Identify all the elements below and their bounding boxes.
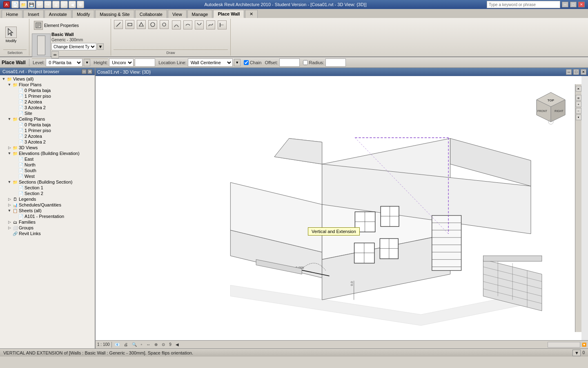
search-view-btn[interactable]: 🔍 <box>131 342 138 347</box>
print-btn[interactable]: 🖨 <box>122 342 129 347</box>
tree-expander-7[interactable]: ▼ <box>7 117 12 121</box>
draw-pick-btn[interactable] <box>218 20 227 29</box>
element-type-dropdown[interactable]: ▼ <box>97 43 104 50</box>
height-select[interactable]: Unconn <box>109 58 134 67</box>
zoom-out-btn[interactable]: − <box>576 108 581 114</box>
tab-home[interactable]: Home <box>2 10 22 18</box>
region-btn[interactable]: ▫ <box>140 342 144 347</box>
tab-insert[interactable]: Insert <box>23 10 44 18</box>
height-input[interactable]: 1.200 <box>135 58 155 67</box>
zoom-extents-btn[interactable]: ⊞ <box>576 95 581 101</box>
zoom-in-btn[interactable]: + <box>576 101 581 107</box>
tab-modify[interactable]: Modify <box>72 10 94 18</box>
print-view-btn[interactable]: 📧 <box>114 342 121 347</box>
scroll-bar[interactable] <box>548 342 580 348</box>
tree-expander-23[interactable]: ▼ <box>7 209 12 213</box>
building-viewport[interactable]: 0.000 0.0 Vertical and Extension <box>96 76 581 340</box>
element-edit-btn[interactable]: ✏ <box>51 51 59 58</box>
back-btn[interactable]: ◀ <box>174 342 180 347</box>
draw-circumscribed-btn[interactable] <box>148 20 157 29</box>
minimize-button[interactable]: ─ <box>562 2 568 7</box>
location-dropdown-icon[interactable]: ▼ <box>234 59 241 66</box>
quick-access-toolbar[interactable]: 📄 📁 💾 ↩ ↪ 🖨 ▷ ◀ ⊕ <box>11 1 84 8</box>
tree-expander-25[interactable]: ▷ <box>7 220 12 224</box>
tree-expander-0[interactable]: ▼ <box>1 77 7 81</box>
tree-item-3[interactable]: 📄1 Primer piso <box>1 93 94 99</box>
location-line-select[interactable]: Wall Centerline <box>188 58 233 67</box>
maximize-button[interactable]: □ <box>570 2 577 7</box>
draw-inscribed-btn[interactable] <box>137 20 146 29</box>
radius-input[interactable]: 1.000 <box>325 58 346 67</box>
level-select[interactable]: 0 Planta ba <box>46 58 82 67</box>
draw-spline-btn[interactable] <box>206 20 215 29</box>
browser-content[interactable]: ▼📁Views (all)▼📁Floor Plans📄0 Planta baja… <box>0 75 95 348</box>
browser-close[interactable]: ✕ <box>87 69 92 74</box>
tree-item-9[interactable]: 📄1 Primer piso <box>1 128 94 133</box>
tree-item-11[interactable]: 📄3 Azotea 2 <box>1 139 94 145</box>
qa-3d[interactable]: ▷ <box>60 1 68 8</box>
num-btn[interactable]: 9 <box>168 342 173 347</box>
view-close-btn[interactable]: ✕ <box>581 69 586 75</box>
radius-checkbox[interactable] <box>303 60 308 65</box>
tree-expander-13[interactable]: ▼ <box>7 151 12 155</box>
tree-item-1[interactable]: ▼📁Floor Plans <box>1 82 94 88</box>
add-btn[interactable]: ⊕ <box>153 342 159 347</box>
draw-arc3-btn[interactable] <box>195 20 204 29</box>
change-element-type-select[interactable]: Change Element Type <box>51 43 96 50</box>
qa-open[interactable]: 📁 <box>20 1 27 8</box>
tree-item-8[interactable]: 📄0 Planta baja <box>1 122 94 128</box>
tab-view[interactable]: View <box>168 10 187 18</box>
qa-settings[interactable]: ⊕ <box>77 1 84 8</box>
element-properties-button[interactable]: Element Properties <box>32 20 104 31</box>
view-zoom-controls[interactable]: ✕ ⊞ + − ▼ <box>575 84 581 332</box>
search-input[interactable] <box>487 1 560 8</box>
tree-item-12[interactable]: ▷📁3D Views <box>1 145 94 150</box>
draw-rect-btn[interactable] <box>125 20 134 29</box>
qa-print[interactable]: 🖨 <box>52 1 60 8</box>
qa-new[interactable]: 📄 <box>11 1 19 8</box>
tree-item-26[interactable]: ▷⬜Groups <box>1 225 94 231</box>
close-button[interactable]: ✕ <box>578 2 585 7</box>
tree-item-22[interactable]: ▷📊Schedules/Quantities <box>1 202 94 208</box>
tab-manage[interactable]: Manage <box>187 10 213 18</box>
filter-status-btn[interactable]: ▼ <box>572 350 581 356</box>
draw-circle-btn[interactable] <box>160 20 169 29</box>
level-dropdown-icon[interactable]: ▼ <box>84 59 90 66</box>
tree-item-7[interactable]: ▼📁Ceiling Plans <box>1 116 94 122</box>
target-btn[interactable]: ⊙ <box>160 342 166 347</box>
chain-checkbox[interactable] <box>244 60 249 65</box>
tree-expander-22[interactable]: ▷ <box>7 203 12 207</box>
tree-item-10[interactable]: 📄2 Azotea <box>1 133 94 139</box>
tree-item-5[interactable]: 📄3 Azotea 2 <box>1 105 94 110</box>
tree-expander-21[interactable]: ▷ <box>7 197 12 201</box>
tree-item-20[interactable]: 📄Section 2 <box>1 191 94 196</box>
tree-item-2[interactable]: 📄0 Planta baja <box>1 88 94 93</box>
tree-item-19[interactable]: 📄Section 1 <box>1 185 94 191</box>
tree-item-14[interactable]: 📄East <box>1 156 94 162</box>
tab-collaborate[interactable]: Collaborate <box>135 10 167 18</box>
tree-expander-1[interactable]: ▼ <box>7 83 12 87</box>
tree-item-13[interactable]: ▼📁Elevations (Building Elevation) <box>1 150 94 156</box>
qa-redo[interactable]: ↪ <box>44 1 51 8</box>
tree-item-16[interactable]: 📄South <box>1 168 94 173</box>
tree-item-0[interactable]: ▼📁Views (all) <box>1 76 94 82</box>
modify-button[interactable]: Modify <box>3 25 19 44</box>
qa-save[interactable]: 💾 <box>28 1 35 8</box>
tree-expander-26[interactable]: ▷ <box>7 226 12 230</box>
tree-item-21[interactable]: ▷🗒Legends <box>1 196 94 202</box>
tree-item-24[interactable]: 📄A101 - Presentation <box>1 213 94 219</box>
tree-item-17[interactable]: 📄West <box>1 173 94 179</box>
tree-item-27[interactable]: 🔗Revit Links <box>1 231 94 236</box>
view-minimize-btn[interactable]: ─ <box>566 69 572 75</box>
qa-back[interactable]: ◀ <box>69 1 76 8</box>
draw-line-btn[interactable] <box>114 20 123 29</box>
tree-expander-12[interactable]: ▷ <box>7 146 12 150</box>
qa-undo[interactable]: ↩ <box>36 1 43 8</box>
tree-item-15[interactable]: 📄North <box>1 162 94 168</box>
tab-place-wall[interactable]: Place Wall <box>213 10 244 18</box>
tab-annotate[interactable]: Annotate <box>45 10 71 18</box>
tree-item-23[interactable]: ▼📋Sheets (all) <box>1 208 94 213</box>
draw-arc2-btn[interactable] <box>183 20 192 29</box>
close-zoom-btn[interactable]: ✕ <box>576 86 581 92</box>
zoom-opts-btn[interactable]: ▼ <box>576 114 581 120</box>
